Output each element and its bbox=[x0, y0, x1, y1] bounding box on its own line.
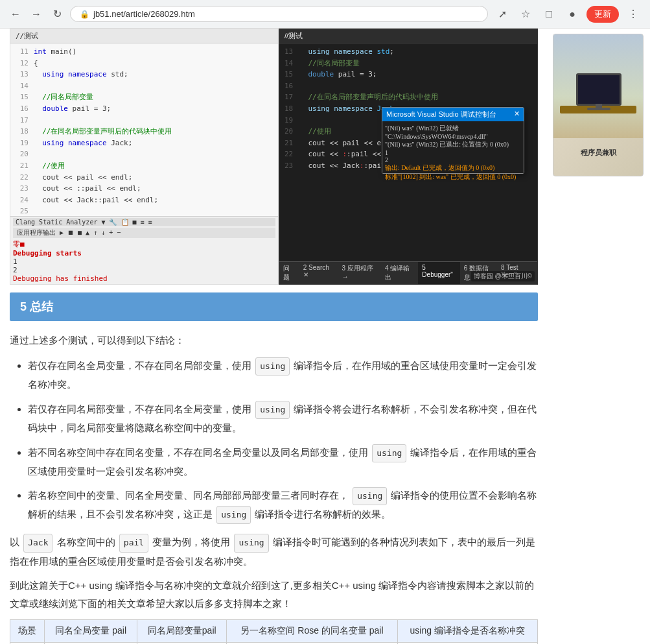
para-conclusion: 到此这篇关于C++ using 编译指令与名称冲突的文章就介绍到这了,更多相关C… bbox=[10, 577, 538, 613]
pail-badge: pail bbox=[119, 534, 148, 552]
code-panel-left: //测试 11int main() 12{ 13 using namespace… bbox=[10, 29, 279, 285]
tab-app-output[interactable]: 3 应用程序→ bbox=[338, 262, 381, 284]
list-item: 若仅存在同名局部变量，不存在同名全局变量，使用 using 编译指令将会进行名称… bbox=[28, 400, 538, 437]
para1-mid1: 名称空间中的 bbox=[57, 536, 115, 547]
vs-dialog: Microsoft Visual Studio 调试控制台 ✕ "(Nil) w… bbox=[382, 107, 524, 174]
bullet-list: 若仅存在同名全局变量，不存在同名局部变量，使用 using 编译指令后，在作用域… bbox=[10, 357, 538, 524]
list-item: 若不同名称空间中存在同名变量，不存在同名全局变量以及同名局部变量，使用 usin… bbox=[28, 444, 538, 481]
debug-panel-title: Clang Static Analyzer ▼ 🔧 📋 ■ ≡ ≡ bbox=[13, 218, 275, 226]
tab-problem[interactable]: 问题 bbox=[279, 262, 299, 284]
dialog-close[interactable]: ✕ bbox=[514, 110, 520, 119]
debug-num1: 1 bbox=[13, 257, 275, 266]
debug-num2: 2 bbox=[13, 266, 275, 274]
list-item: 若仅存在同名全局变量，不存在同名局部变量，使用 using 编译指令后，在作用域… bbox=[28, 357, 538, 394]
right-sidebar: 程序员兼职 bbox=[548, 29, 650, 644]
debug-finish: Debugging has finished bbox=[13, 274, 275, 283]
code-panel-right: //测试 13 using namespace std; 14 //同名局部变量… bbox=[279, 29, 538, 285]
debug-zero: 零■ bbox=[13, 239, 275, 249]
url-text: jb51.net/article/268029.htm bbox=[93, 9, 195, 19]
bullet1-before: 若仅存在同名全局变量，不存在同名局部变量，使用 bbox=[28, 360, 251, 371]
profile-button[interactable]: ● bbox=[563, 5, 581, 23]
col-header-rose: 另一名称空间 Rose 的同名变量 pail bbox=[227, 619, 397, 642]
col-header-conflict: using 编译指令是否名称冲突 bbox=[397, 619, 537, 642]
browser-actions: ➚ ☆ □ ● 更新 ⋮ bbox=[493, 5, 642, 23]
watermark: 博客园 @木三百川© bbox=[471, 271, 535, 281]
bullet4-before: 若名称空间中的变量、同名全局变量、同名局部部局部变量三者同时存在， bbox=[28, 490, 349, 501]
sidebar-ad[interactable]: 程序员兼职 bbox=[553, 34, 644, 176]
using-badge-4b: using bbox=[216, 506, 251, 524]
code-editor-light: 11int main() 12{ 13 using namespace std;… bbox=[10, 43, 278, 243]
para-jack-pail: 以 Jack 名称空间中的 pail 变量为例，将使用 using 编译指令时可… bbox=[10, 533, 538, 570]
reload-button[interactable]: ↻ bbox=[49, 6, 65, 22]
using-badge-4a: using bbox=[353, 487, 387, 505]
using-badge-1: using bbox=[255, 357, 290, 376]
main-content: //测试 11int main() 12{ 13 using namespace… bbox=[0, 29, 548, 644]
lock-icon: 🔒 bbox=[80, 10, 89, 19]
dark-tab-test: //测试 bbox=[284, 32, 303, 40]
using-badge-3: using bbox=[372, 444, 406, 462]
tab-search[interactable]: 2 Search ✕ bbox=[299, 262, 338, 284]
table-header-row: 场景 同名全局变量 pail 同名局部变量pail 另一名称空间 Rose 的同… bbox=[10, 619, 538, 642]
ad-label: 程序员兼职 bbox=[553, 148, 643, 158]
share-button[interactable]: ➚ bbox=[493, 5, 511, 23]
code-area: //测试 11int main() 12{ 13 using namespace… bbox=[10, 29, 538, 285]
para1-mid2: 变量为例，将使用 bbox=[152, 536, 230, 547]
forward-button[interactable]: → bbox=[29, 6, 44, 22]
back-button[interactable]: ← bbox=[8, 6, 23, 22]
article-intro: 通过上述多个测试，可以得到以下结论： bbox=[10, 331, 538, 349]
debug-output: 零■ Debugging starts 1 2 Debugging has fi… bbox=[13, 239, 275, 283]
debug-start: Debugging starts bbox=[13, 249, 275, 257]
section-header-5: 5 总结 bbox=[10, 292, 538, 321]
col-header-scene: 场景 bbox=[10, 619, 45, 642]
jack-badge: Jack bbox=[23, 534, 52, 552]
monitor-screen bbox=[576, 73, 621, 106]
bookmark-button[interactable]: ☆ bbox=[517, 5, 535, 23]
menu-button[interactable]: ⋮ bbox=[624, 5, 642, 23]
dialog-output: "(Nil) was" (Win32) 已就绪 "C:\Windows\SysW… bbox=[382, 121, 524, 173]
bullet2-before: 若仅存在同名局部变量，不存在同名全局变量，使用 bbox=[28, 403, 251, 414]
address-bar[interactable]: 🔒 jb51.net/article/268029.htm bbox=[70, 6, 488, 22]
code-tab-test: //测试 bbox=[16, 32, 38, 40]
bullet3-before: 若不同名称空间中存在同名变量，不存在同名全局变量以及同名局部变量，使用 bbox=[28, 447, 368, 458]
col-header-global: 同名全局变量 pail bbox=[45, 619, 137, 642]
list-item: 若名称空间中的变量、同名全局变量、同名局部部局部变量三者同时存在， using … bbox=[28, 486, 538, 524]
monitor-base bbox=[587, 108, 610, 110]
data-table: 场景 同名全局变量 pail 同名局部变量pail 另一名称空间 Rose 的同… bbox=[10, 619, 538, 644]
para1-pre1: 以 bbox=[10, 536, 19, 547]
content-wrapper: //测试 11int main() 12{ 13 using namespace… bbox=[0, 29, 650, 644]
browser-chrome: ← → ↻ 🔒 jb51.net/article/268029.htm ➚ ☆ … bbox=[0, 0, 650, 29]
tab-debugger[interactable]: 5 Debugger" bbox=[418, 262, 459, 284]
window-button[interactable]: □ bbox=[540, 5, 558, 23]
debug-toolbar: 应用程序输出 ▶ ⏹ ■ ▲ ↑ ↓ + − bbox=[13, 228, 275, 238]
dialog-title: Microsoft Visual Studio 调试控制台 bbox=[386, 110, 496, 119]
bullet4-after: 编译指令进行名称解析的效果。 bbox=[255, 508, 391, 519]
using-badge-2: using bbox=[255, 401, 290, 419]
section-title: 5 总结 bbox=[20, 300, 53, 313]
col-header-local: 同名局部变量pail bbox=[137, 619, 227, 642]
using-badge-para: using bbox=[234, 534, 268, 552]
update-button[interactable]: 更新 bbox=[586, 6, 619, 23]
tab-debug[interactable]: 4 编译输出 bbox=[381, 262, 418, 284]
